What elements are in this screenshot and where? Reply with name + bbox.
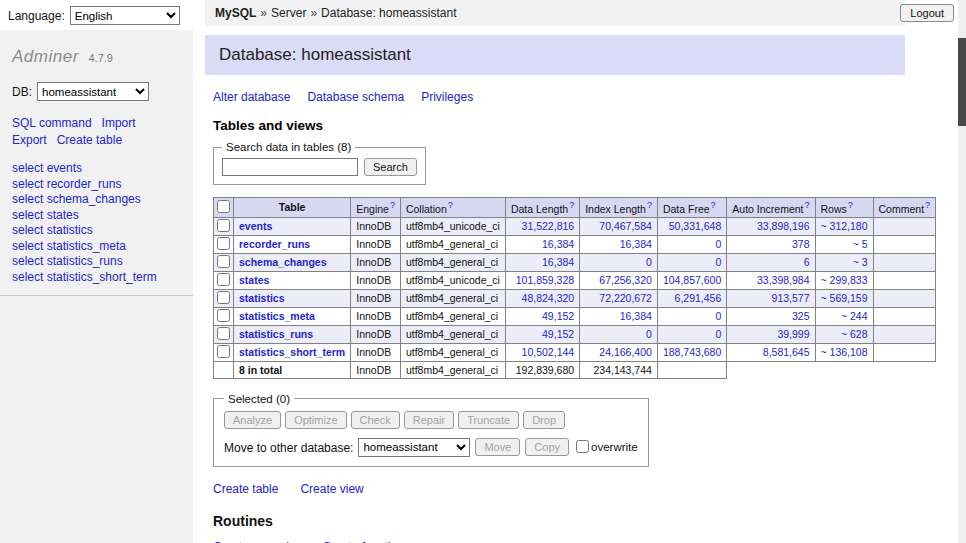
rows-count-link[interactable]: ~ 312,180 bbox=[821, 220, 868, 232]
table-name-link[interactable]: events bbox=[239, 220, 272, 232]
create-procedure-link[interactable]: Create procedure bbox=[213, 540, 306, 543]
row-select-checkbox[interactable] bbox=[217, 255, 230, 268]
rows-count-link[interactable]: ~ 244 bbox=[841, 310, 868, 322]
auto-increment-link[interactable]: 378 bbox=[792, 238, 810, 250]
create-function-link[interactable]: Create function bbox=[322, 540, 403, 543]
bulk-action-button[interactable]: Analyze bbox=[224, 411, 281, 429]
create-view-link[interactable]: Create view bbox=[300, 482, 363, 496]
data-length-link[interactable]: 16,384 bbox=[542, 256, 574, 268]
sidebar-table-link[interactable]: select statistics bbox=[12, 223, 181, 239]
data-length-link[interactable]: 16,384 bbox=[542, 238, 574, 250]
auto-increment-link[interactable]: 33,398,984 bbox=[757, 274, 810, 286]
language-select[interactable]: English bbox=[70, 6, 180, 25]
sidebar-table-link[interactable]: select states bbox=[12, 208, 181, 224]
sql-command-link[interactable]: SQL command bbox=[12, 116, 92, 130]
sidebar-table-link[interactable]: select statistics_short_term bbox=[12, 270, 181, 286]
data-free-link[interactable]: 0 bbox=[715, 310, 721, 322]
sidebar-table-link[interactable]: select statistics_runs bbox=[12, 254, 181, 270]
help-icon[interactable]: ? bbox=[448, 200, 453, 210]
move-db-select[interactable]: homeassistant bbox=[358, 438, 470, 457]
table-name-link[interactable]: states bbox=[239, 274, 269, 286]
auto-increment-link[interactable]: 33,898,196 bbox=[757, 220, 810, 232]
data-free-link[interactable]: 50,331,648 bbox=[669, 220, 722, 232]
sidebar-table-link[interactable]: select schema_changes bbox=[12, 192, 181, 208]
sidebar-table-link[interactable]: select events bbox=[12, 161, 181, 177]
table-name-link[interactable]: schema_changes bbox=[239, 256, 327, 268]
search-button[interactable]: Search bbox=[364, 158, 417, 176]
auto-increment-link[interactable]: 6 bbox=[804, 256, 810, 268]
bulk-action-button[interactable]: Repair bbox=[404, 411, 454, 429]
row-select-checkbox[interactable] bbox=[217, 327, 230, 340]
rows-count-link[interactable]: ~ 136,108 bbox=[821, 346, 868, 358]
row-select-checkbox[interactable] bbox=[217, 309, 230, 322]
db-select[interactable]: homeassistant bbox=[37, 82, 149, 101]
data-length-link[interactable]: 49,152 bbox=[542, 310, 574, 322]
db-action-link[interactable]: Alter database bbox=[213, 90, 290, 104]
row-select-checkbox[interactable] bbox=[217, 345, 230, 358]
rows-count-link[interactable]: ~ 628 bbox=[841, 328, 868, 340]
breadcrumb-mysql-link[interactable]: MySQL bbox=[215, 6, 256, 20]
rows-count-link[interactable]: ~ 569,159 bbox=[821, 292, 868, 304]
export-link[interactable]: Export bbox=[12, 133, 47, 147]
data-length-link[interactable]: 10,502,144 bbox=[522, 346, 575, 358]
index-length-link[interactable]: 72,220,672 bbox=[599, 292, 652, 304]
create-table-link[interactable]: Create table bbox=[213, 482, 278, 496]
row-select-checkbox[interactable] bbox=[217, 291, 230, 304]
scrollbar-thumb[interactable] bbox=[958, 38, 966, 126]
index-length-link[interactable]: 70,467,584 bbox=[599, 220, 652, 232]
index-length-link[interactable]: 16,384 bbox=[620, 238, 652, 250]
auto-increment-link[interactable]: 913,577 bbox=[772, 292, 810, 304]
version-label[interactable]: 4.7.9 bbox=[88, 52, 112, 64]
table-name-link[interactable]: recorder_runs bbox=[239, 238, 310, 250]
bulk-action-button[interactable]: Optimize bbox=[285, 411, 346, 429]
bulk-action-button[interactable]: Drop bbox=[523, 411, 565, 429]
data-length-link[interactable]: 49,152 bbox=[542, 328, 574, 340]
data-length-link[interactable]: 31,522,816 bbox=[522, 220, 575, 232]
move-button[interactable]: Move bbox=[475, 438, 520, 456]
data-free-link[interactable]: 188,743,680 bbox=[663, 346, 721, 358]
table-name-link[interactable]: statistics bbox=[239, 292, 285, 304]
help-icon[interactable]: ? bbox=[925, 200, 930, 210]
bulk-action-button[interactable]: Check bbox=[351, 411, 400, 429]
rows-count-link[interactable]: ~ 299,833 bbox=[821, 274, 868, 286]
import-link[interactable]: Import bbox=[102, 116, 136, 130]
db-action-link[interactable]: Privileges bbox=[421, 90, 473, 104]
rows-count-link[interactable]: ~ 3 bbox=[853, 256, 868, 268]
data-length-link[interactable]: 101,859,328 bbox=[516, 274, 574, 286]
help-icon[interactable]: ? bbox=[390, 200, 395, 210]
help-icon[interactable]: ? bbox=[805, 200, 810, 210]
auto-increment-link[interactable]: 39,999 bbox=[777, 328, 809, 340]
sidebar-table-link[interactable]: select statistics_meta bbox=[12, 239, 181, 255]
table-name-link[interactable]: statistics_meta bbox=[239, 310, 315, 322]
db-action-link[interactable]: Database schema bbox=[307, 90, 404, 104]
data-free-link[interactable]: 0 bbox=[715, 328, 721, 340]
search-input[interactable] bbox=[222, 158, 358, 176]
index-length-link[interactable]: 0 bbox=[646, 328, 652, 340]
index-length-link[interactable]: 0 bbox=[646, 256, 652, 268]
sidebar-table-link[interactable]: select recorder_runs bbox=[12, 177, 181, 193]
data-free-link[interactable]: 0 bbox=[715, 238, 721, 250]
auto-increment-link[interactable]: 325 bbox=[792, 310, 810, 322]
index-length-link[interactable]: 24,166,400 bbox=[599, 346, 652, 358]
bulk-action-button[interactable]: Truncate bbox=[458, 411, 519, 429]
auto-increment-link[interactable]: 8,581,645 bbox=[763, 346, 810, 358]
breadcrumb-server-link[interactable]: Server bbox=[271, 6, 306, 20]
row-select-checkbox[interactable] bbox=[217, 219, 230, 232]
help-icon[interactable]: ? bbox=[711, 200, 716, 210]
data-free-link[interactable]: 6,291,456 bbox=[675, 292, 722, 304]
table-name-link[interactable]: statistics_runs bbox=[239, 328, 313, 340]
logout-button[interactable]: Logout bbox=[900, 4, 954, 22]
help-icon[interactable]: ? bbox=[569, 200, 574, 210]
vertical-scrollbar[interactable] bbox=[958, 0, 966, 543]
create-table-link-sidebar[interactable]: Create table bbox=[57, 133, 122, 147]
help-icon[interactable]: ? bbox=[848, 200, 853, 210]
index-length-link[interactable]: 16,384 bbox=[620, 310, 652, 322]
select-all-checkbox[interactable] bbox=[217, 200, 230, 213]
row-select-checkbox[interactable] bbox=[217, 237, 230, 250]
index-length-link[interactable]: 67,256,320 bbox=[599, 274, 652, 286]
data-free-link[interactable]: 0 bbox=[715, 256, 721, 268]
copy-button[interactable]: Copy bbox=[525, 438, 569, 456]
table-name-link[interactable]: statistics_short_term bbox=[239, 346, 345, 358]
data-free-link[interactable]: 104,857,600 bbox=[663, 274, 721, 286]
data-length-link[interactable]: 48,824,320 bbox=[522, 292, 575, 304]
